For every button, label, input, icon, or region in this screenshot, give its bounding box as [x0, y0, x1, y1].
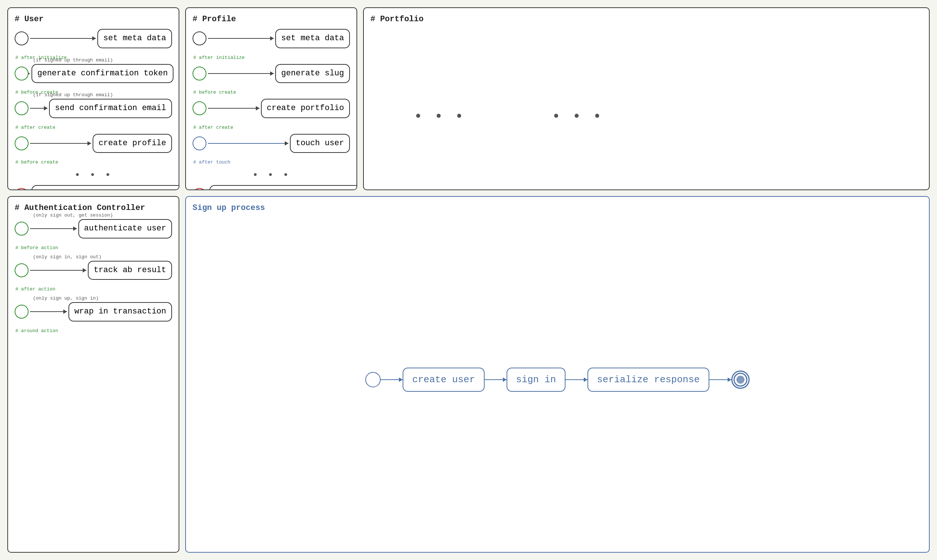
- flow-action-create-user: create user: [402, 368, 485, 392]
- callback-row-touch-user: touch user: [193, 134, 350, 153]
- signup-diagram-box: Sign up process create user sign in seri…: [185, 196, 930, 553]
- auth-diagram-box: # Authentication Controller (only sign o…: [7, 196, 179, 553]
- callback-row-authenticate: (only sign out, get session) authenticat…: [15, 219, 172, 238]
- arrow-touch-user: [208, 143, 288, 144]
- profile-diagram-box: # Profile set meta data # after initiali…: [185, 7, 357, 190]
- flow-arrow-2: [485, 379, 507, 380]
- flow-end-circle: [731, 371, 750, 389]
- lifecycle-after-action: # after action: [15, 286, 172, 292]
- flow-arrow-3: [566, 379, 587, 380]
- action-wrap-transaction: wrap in transaction: [68, 302, 172, 322]
- callback-row-wrap-transaction: (only sign up, sign in) wrap in transact…: [15, 302, 172, 322]
- action-profile-set-meta: set meta data: [275, 29, 350, 48]
- condition-signup-email-2: (if signed up through email): [33, 92, 113, 98]
- circle-after-create-1: [15, 101, 29, 115]
- callback-row-create-portfolio: create portfolio: [193, 99, 350, 118]
- lifecycle-before-create-2: # before create: [15, 160, 172, 165]
- arrow-profile-meta: [208, 38, 274, 39]
- flow-action-sign-in: sign in: [507, 368, 566, 392]
- lifecycle-after-create-1: # after create: [15, 125, 172, 130]
- action-set-meta-data: set meta data: [97, 29, 172, 48]
- action-removal-email: send removal confirmation email: [210, 185, 357, 190]
- arrow-wrap-transaction: [30, 311, 67, 312]
- action-create-portfolio: create portfolio: [261, 99, 350, 118]
- flow-arrow-4: [709, 379, 731, 380]
- lifecycle-profile-after-touch: # after touch: [193, 160, 350, 165]
- circle-before-create-2: [15, 137, 29, 150]
- arrow-authenticate: [30, 228, 77, 229]
- user-dots: • • •: [15, 167, 172, 183]
- callback-row-create-profile: create profile: [15, 134, 172, 153]
- lifecycle-around-action: # around action: [15, 328, 172, 334]
- flow-action-serialize-response: serialize response: [587, 368, 709, 392]
- action-authenticate-user: authenticate user: [78, 219, 172, 238]
- arrow-create-profile: [30, 143, 91, 144]
- action-remove-services: remove from 3rd party services: [31, 185, 179, 190]
- main-grid: # User set meta data # after initialize …: [7, 7, 930, 553]
- condition-signup-email-1: (if signed up through email): [33, 57, 113, 63]
- callback-row-generate-token: (if signed up through email) generate co…: [15, 64, 172, 83]
- arrow-generate-slug: [208, 73, 274, 74]
- profile-dots: • • •: [193, 167, 350, 183]
- callback-row-profile-initialize: set meta data: [193, 29, 350, 48]
- circle-profile-after-destroy: [193, 188, 207, 190]
- arrow-create-portfolio: [208, 108, 259, 109]
- profile-box-title: # Profile: [193, 15, 350, 24]
- circle-after-action: [15, 263, 29, 277]
- arrow-after-initialize: [30, 38, 96, 39]
- portfolio-dots-1: • • •: [414, 106, 465, 127]
- circle-profile-initialize: [193, 31, 207, 45]
- action-touch-user: touch user: [290, 134, 350, 153]
- action-generate-slug: generate slug: [275, 64, 350, 83]
- action-create-profile: create profile: [92, 134, 172, 153]
- callback-row-remove-services: remove from 3rd party services: [15, 185, 172, 190]
- arrow-track-ab: [30, 270, 86, 271]
- circle-around-action: [15, 305, 29, 318]
- callback-row-generate-slug: generate slug: [193, 64, 350, 83]
- end-circle-inner: [734, 373, 747, 386]
- condition-track-ab: (only sign in, sign out): [33, 254, 102, 260]
- flow-arrow-1: [381, 379, 402, 380]
- circle-before-action: [15, 222, 29, 235]
- callback-row-after-initialize: set meta data: [15, 29, 172, 48]
- action-generate-token: generate confirmation token: [31, 64, 174, 83]
- user-diagram-box: # User set meta data # after initialize …: [7, 7, 179, 190]
- callback-row-track-ab: (only sign in, sign out) track ab result: [15, 261, 172, 280]
- circle-profile-before-create: [193, 66, 207, 80]
- lifecycle-before-action: # before action: [15, 245, 172, 251]
- end-circle-dot: [737, 375, 744, 384]
- portfolio-dots-2: • • •: [552, 106, 603, 127]
- user-box-title: # User: [15, 15, 172, 24]
- lifecycle-profile-initialize: # after initialize: [193, 55, 350, 60]
- lifecycle-profile-before-create: # before create: [193, 89, 350, 95]
- condition-wrap-transaction: (only sign up, sign in): [33, 295, 99, 301]
- circle-profile-after-touch: [193, 137, 207, 150]
- signup-flow-container: create user sign in serialize response: [193, 218, 922, 542]
- circle-before-create-1: [15, 66, 29, 80]
- signup-box-title: Sign up process: [193, 203, 922, 212]
- lifecycle-profile-after-create: # after create: [193, 125, 350, 130]
- portfolio-diagram-box: # Portfolio • • • • • •: [363, 7, 930, 190]
- callback-row-send-confirmation: (if signed up through email) send confir…: [15, 99, 172, 118]
- auth-box-title: # Authentication Controller: [15, 203, 172, 212]
- portfolio-box-title: # Portfolio: [370, 15, 646, 24]
- condition-authenticate: (only sign out, get session): [33, 212, 113, 218]
- arrow-send-confirmation: [30, 108, 48, 109]
- action-track-ab: track ab result: [88, 261, 172, 280]
- circle-profile-after-create: [193, 101, 207, 115]
- action-send-confirmation: send confirmation email: [49, 99, 172, 118]
- circle-after-initialize: [15, 31, 29, 45]
- flow-start-circle: [365, 372, 381, 387]
- callback-row-removal-email: send removal confirmation email: [193, 185, 350, 190]
- circle-after-destroy-user: [15, 188, 29, 190]
